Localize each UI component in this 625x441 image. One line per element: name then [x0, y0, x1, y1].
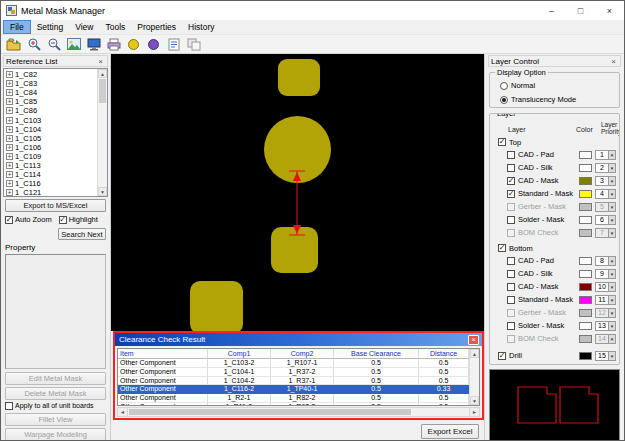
board-preview[interactable]: [489, 369, 620, 441]
layer-color-swatch[interactable]: [579, 177, 592, 185]
scroll-up-icon[interactable]: ▲: [98, 69, 107, 78]
clearance-table-scrollbar[interactable]: ▲ ▼: [469, 349, 479, 405]
compare-icon[interactable]: [185, 36, 202, 52]
reference-tree-scrollbar[interactable]: ▲ ▼: [97, 69, 107, 196]
reference-list-item[interactable]: +1_C109: [6, 152, 96, 161]
display-icon[interactable]: [85, 36, 102, 52]
apply-all-unit-boards-option[interactable]: Apply to all of unit boards: [3, 400, 108, 411]
auto-zoom-checkbox[interactable]: ✓: [5, 216, 13, 224]
layer-checkbox[interactable]: [507, 151, 515, 159]
pcb-canvas[interactable]: [111, 54, 484, 331]
reference-list-item[interactable]: +1_C121: [6, 188, 96, 197]
clearance-row[interactable]: Other Component1_R2-11_R82-20.50.5: [118, 394, 469, 403]
image-export-icon[interactable]: [65, 36, 82, 52]
bottom-mask-icon[interactable]: [145, 36, 162, 52]
layer-priority-select[interactable]: 4▾: [595, 189, 616, 199]
layer-checkbox[interactable]: [507, 335, 515, 343]
expand-icon[interactable]: +: [6, 117, 13, 124]
expand-icon[interactable]: +: [6, 80, 13, 87]
layer-priority-select[interactable]: 2▾: [595, 163, 616, 173]
expand-icon[interactable]: +: [6, 153, 13, 160]
expand-icon[interactable]: +: [6, 126, 13, 133]
report-icon[interactable]: [165, 36, 182, 52]
layer-color-swatch[interactable]: [579, 203, 592, 211]
edit-metal-mask-button[interactable]: Edit Metal Mask: [5, 372, 106, 385]
menu-item-properties[interactable]: Properties: [131, 20, 182, 34]
menu-item-file[interactable]: File: [3, 20, 31, 34]
layer-priority-select[interactable]: 14▾: [595, 334, 616, 344]
clearance-row[interactable]: Other Component1_C103-21_R107-10.50.5: [118, 359, 469, 368]
layer-priority-select[interactable]: 11▾: [595, 295, 616, 305]
layer-color-swatch[interactable]: [579, 229, 592, 237]
minimize-button[interactable]: –: [537, 1, 566, 20]
expand-icon[interactable]: +: [6, 71, 13, 78]
reference-list-item[interactable]: +1_C86: [6, 106, 96, 115]
reference-list-item[interactable]: +1_C116: [6, 179, 96, 188]
radio-normal[interactable]: Normal: [500, 80, 615, 91]
top-mask-icon[interactable]: [125, 36, 142, 52]
layer-priority-select[interactable]: 15 ▾: [595, 351, 616, 361]
expand-icon[interactable]: +: [6, 144, 13, 151]
layer-priority-select[interactable]: 10▾: [595, 282, 616, 292]
scroll-down-icon[interactable]: ▼: [470, 396, 479, 405]
clearance-row[interactable]: Other Component1_C104-11_R37-20.50.5: [118, 368, 469, 377]
layer-checkbox[interactable]: [507, 322, 515, 330]
layer-color-swatch[interactable]: [579, 216, 592, 224]
apply-all-checkbox[interactable]: [5, 402, 13, 410]
layer-priority-select[interactable]: 7▾: [595, 228, 616, 238]
expand-icon[interactable]: +: [6, 107, 13, 114]
scroll-left-icon[interactable]: ◄: [118, 408, 128, 416]
reference-list-item[interactable]: +1_C106: [6, 143, 96, 152]
layer-checkbox[interactable]: [507, 216, 515, 224]
layer-color-swatch[interactable]: [579, 164, 592, 172]
layer-checkbox[interactable]: ✓: [507, 177, 515, 185]
layer-priority-select[interactable]: 3▾: [595, 176, 616, 186]
bottom-layer-toggle[interactable]: ✓ Bottom: [498, 242, 616, 254]
layer-checkbox[interactable]: [507, 270, 515, 278]
maximize-button[interactable]: □: [566, 1, 595, 20]
column-header-base-clearance[interactable]: Base Clearance: [334, 349, 419, 359]
layer-priority-select[interactable]: 1▾: [595, 150, 616, 160]
mask-pad[interactable]: [190, 281, 243, 331]
layer-color-swatch[interactable]: [579, 270, 592, 278]
radio-icon[interactable]: [500, 82, 508, 90]
column-header-item[interactable]: Item: [118, 349, 208, 359]
reference-list-item[interactable]: +1_C104: [6, 125, 96, 134]
layer-checkbox[interactable]: ✓: [507, 190, 515, 198]
highlight-option[interactable]: ✓ Highlight: [59, 215, 98, 224]
layer-checkbox[interactable]: [507, 309, 515, 317]
clearance-row[interactable]: Other Component1_R11-21_R62-20.50.5: [118, 403, 469, 406]
reference-list-item[interactable]: +1_C114: [6, 170, 96, 179]
close-icon[interactable]: ×: [609, 57, 618, 66]
bottom-checkbox[interactable]: ✓: [498, 244, 506, 252]
reference-list-item[interactable]: +1_C103: [6, 115, 96, 124]
layer-checkbox[interactable]: [507, 257, 515, 265]
drill-checkbox[interactable]: ✓: [498, 352, 506, 360]
clearance-row[interactable]: Other Component1_C104-21_R37-10.50.5: [118, 377, 469, 386]
expand-icon[interactable]: +: [6, 180, 13, 187]
reference-list-item[interactable]: +1_C84: [6, 88, 96, 97]
scrollbar-thumb[interactable]: [99, 79, 106, 103]
menu-item-history[interactable]: History: [182, 20, 220, 34]
layer-color-swatch[interactable]: [579, 352, 592, 360]
layer-priority-select[interactable]: 13▾: [595, 321, 616, 331]
top-layer-toggle[interactable]: ✓ Top: [498, 136, 616, 148]
layer-checkbox[interactable]: [507, 164, 515, 172]
expand-icon[interactable]: +: [6, 171, 13, 178]
fillet-view-button[interactable]: Fillet View: [5, 413, 106, 426]
layer-checkbox[interactable]: [507, 296, 515, 304]
layer-color-swatch[interactable]: [579, 283, 592, 291]
warpage-modeling-button[interactable]: Warpage Modeling: [5, 428, 106, 441]
expand-icon[interactable]: +: [6, 98, 13, 105]
auto-zoom-option[interactable]: ✓ Auto Zoom: [5, 215, 52, 224]
top-checkbox[interactable]: ✓: [498, 138, 506, 146]
layer-color-swatch[interactable]: [579, 151, 592, 159]
column-header-comp1[interactable]: Comp1: [208, 349, 271, 359]
delete-metal-mask-button[interactable]: Delete Metal Mask: [5, 387, 106, 400]
open-icon[interactable]: [5, 36, 22, 52]
column-header-comp2[interactable]: Comp2: [271, 349, 334, 359]
layer-color-swatch[interactable]: [579, 335, 592, 343]
search-next-button[interactable]: Search Next: [58, 228, 106, 240]
radio-translucency-mode[interactable]: Translucency Mode: [500, 94, 615, 105]
layer-priority-select[interactable]: 9▾: [595, 269, 616, 279]
